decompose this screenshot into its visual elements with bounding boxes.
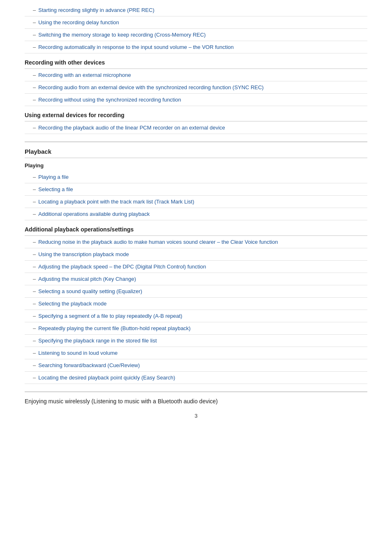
list-item: – Listening to sound in loud volume	[25, 347, 367, 359]
playback-section-header: Playback	[25, 141, 367, 158]
list-item: – Specifying a segment of a file to play…	[25, 310, 367, 322]
dash-icon: –	[25, 19, 36, 25]
dash-icon: –	[25, 251, 36, 257]
toc-link[interactable]: Searching forward/backward (Cue/Review)	[38, 362, 140, 368]
toc-link[interactable]: Locating a playback point with the track…	[38, 199, 194, 205]
toc-link[interactable]: Recording audio from an external device …	[38, 84, 263, 90]
dash-icon: –	[25, 97, 36, 103]
list-item: – Specifying the playback range in the s…	[25, 335, 367, 347]
toc-link[interactable]: Selecting the playback mode	[38, 301, 106, 307]
section-header: Additional playback operations/settings	[25, 220, 367, 236]
toc-link[interactable]: Selecting a sound quality setting (Equal…	[38, 288, 142, 294]
dash-icon: –	[25, 264, 36, 270]
list-item: – Repeatedly playing the current file (B…	[25, 322, 367, 335]
list-item: – Additional operations available during…	[25, 208, 367, 220]
toc-link[interactable]: Locating the desired playback point quic…	[38, 375, 175, 381]
dash-icon: –	[25, 325, 36, 331]
dash-icon: –	[25, 174, 36, 180]
dash-icon: –	[25, 338, 36, 344]
list-item: – Using the transcription playback mode	[25, 248, 367, 261]
dash-icon: –	[25, 186, 36, 192]
list-item: – Recording audio from an external devic…	[25, 81, 367, 94]
list-item: – Starting recording slightly in advance…	[25, 4, 367, 16]
list-item: – Recording with an external microphone	[25, 69, 367, 81]
toc-link[interactable]: Adjusting the playback speed – the DPC (…	[38, 264, 206, 270]
toc-link[interactable]: Specifying a segment of a file to play r…	[38, 313, 182, 319]
recording-other-devices-block: Recording with other devices – Recording…	[25, 53, 367, 106]
toc-link[interactable]: Switching the memory storage to keep rec…	[38, 32, 205, 38]
dash-icon: –	[25, 72, 36, 78]
dash-icon: –	[25, 44, 36, 50]
page-container: – Starting recording slightly in advance…	[0, 0, 392, 435]
toc-link[interactable]: Recording without using the synchronized…	[38, 97, 181, 103]
toc-link[interactable]: Reducing noise in the playback audio to …	[38, 239, 278, 245]
toc-link[interactable]: Additional operations available during p…	[38, 211, 150, 217]
list-item: – Selecting the playback mode	[25, 298, 367, 310]
list-item: – Locating the desired playback point qu…	[25, 372, 367, 384]
list-item: – Searching forward/backward (Cue/Review…	[25, 359, 367, 372]
list-item: – Playing a file	[25, 171, 367, 183]
dash-icon: –	[25, 350, 36, 356]
top-items-block: – Starting recording slightly in advance…	[25, 4, 367, 53]
list-item: – Adjusting the musical pitch (Key Chang…	[25, 273, 367, 285]
toc-link[interactable]: Using the recording delay function	[38, 19, 119, 25]
toc-link[interactable]: Starting recording slightly in advance (…	[38, 7, 154, 13]
dash-icon: –	[25, 301, 36, 307]
dash-icon: –	[25, 375, 36, 381]
section-header: Recording with other devices	[25, 53, 367, 69]
list-item: – Switching the memory storage to keep r…	[25, 29, 367, 41]
dash-icon: –	[25, 313, 36, 319]
dash-icon: –	[25, 125, 36, 131]
list-item: – Using the recording delay function	[25, 16, 367, 29]
bottom-bar: Enjoying music wirelessly (Listening to …	[25, 391, 367, 409]
toc-link[interactable]: Recording the playback audio of the line…	[38, 125, 225, 131]
list-item: – Selecting a sound quality setting (Equ…	[25, 285, 367, 298]
toc-link[interactable]: Specifying the playback range in the sto…	[38, 338, 157, 344]
dash-icon: –	[25, 199, 36, 205]
dash-icon: –	[25, 84, 36, 90]
toc-link[interactable]: Repeatedly playing the current file (But…	[38, 325, 191, 331]
dash-icon: –	[25, 239, 36, 245]
toc-link[interactable]: Recording automatically in response to t…	[38, 44, 234, 50]
toc-link[interactable]: Recording with an external microphone	[38, 72, 131, 78]
toc-link[interactable]: Using the transcription playback mode	[38, 251, 129, 257]
list-item: – Recording without using the synchroniz…	[25, 94, 367, 106]
list-item: – Recording automatically in response to…	[25, 41, 367, 53]
dash-icon: –	[25, 276, 36, 282]
subsection-header: Playing	[25, 158, 367, 171]
toc-link[interactable]: Selecting a file	[38, 186, 73, 192]
dash-icon: –	[25, 288, 36, 294]
page-number: 3	[25, 413, 367, 419]
toc-link[interactable]: Listening to sound in loud volume	[38, 350, 118, 356]
list-item: – Selecting a file	[25, 183, 367, 196]
list-item: – Adjusting the playback speed – the DPC…	[25, 261, 367, 273]
list-item: – Locating a playback point with the tra…	[25, 196, 367, 208]
list-item: – Reducing noise in the playback audio t…	[25, 236, 367, 248]
external-devices-block: Using external devices for recording – R…	[25, 106, 367, 134]
toc-link[interactable]: Playing a file	[38, 174, 69, 180]
list-item: – Recording the playback audio of the li…	[25, 122, 367, 134]
toc-link[interactable]: Adjusting the musical pitch (Key Change)	[38, 276, 136, 282]
dash-icon: –	[25, 211, 36, 217]
dash-icon: –	[25, 362, 36, 368]
dash-icon: –	[25, 7, 36, 13]
dash-icon: –	[25, 32, 36, 38]
playing-block: Playing – Playing a file – Selecting a f…	[25, 158, 367, 220]
additional-playback-block: Additional playback operations/settings …	[25, 220, 367, 384]
section-header: Using external devices for recording	[25, 106, 367, 122]
